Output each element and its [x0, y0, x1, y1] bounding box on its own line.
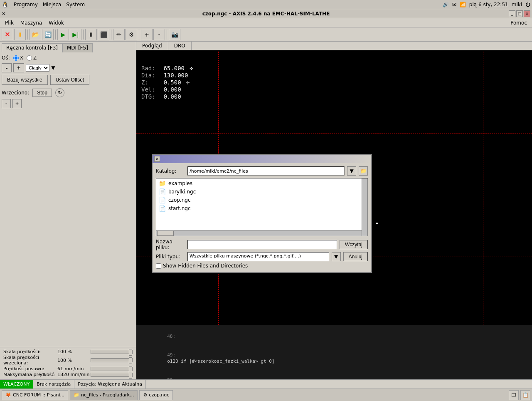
- file-name-3: start.ngc: [168, 205, 191, 211]
- speed-slider-1[interactable]: [91, 358, 133, 362]
- speed-slider-3[interactable]: [91, 373, 133, 377]
- block-btn[interactable]: ⬛: [98, 29, 109, 40]
- menu-miejsca[interactable]: Miejsca: [43, 2, 62, 7]
- speaker-icon[interactable]: 🔊: [443, 2, 449, 7]
- menu-maszyna[interactable]: Maszyna: [17, 19, 45, 27]
- dialog-hidden-files-checkbox[interactable]: [156, 263, 161, 269]
- taskbar-end-btn-0[interactable]: ❐: [509, 390, 519, 400]
- taskbar-item-2[interactable]: ⚙ czop.ngc: [139, 390, 173, 400]
- dro-vel-label: Vel:: [141, 86, 160, 93]
- taskbar-label-1: nc_files - Przegladark...: [81, 392, 134, 398]
- tab-mdi[interactable]: MDI [F5]: [62, 43, 93, 52]
- speed-row-3: Maksymalna prędkość: 1820 mm/min: [3, 372, 133, 377]
- file-dialog[interactable]: ✕ Katalog: /home/miki/emc2/nc_files ▼ 📁 …: [152, 154, 372, 273]
- speed-slider-2[interactable]: [91, 367, 133, 371]
- open-file-button[interactable]: 📂: [30, 29, 41, 40]
- speeds-section: Skala prędkości: 100 % Skala prędkości w…: [0, 347, 136, 379]
- speed-slider-0[interactable]: [91, 350, 133, 354]
- menu-plik[interactable]: Plik: [2, 19, 17, 27]
- axis-x-radio[interactable]: X: [13, 55, 23, 61]
- speed-label-0: Skala prędkości:: [3, 349, 57, 354]
- file-hscroll-thumb[interactable]: [157, 231, 174, 236]
- axis-z-radio[interactable]: Z: [27, 55, 37, 61]
- power-icon[interactable]: ⏻: [525, 2, 530, 7]
- toolbar-separator-1: [27, 30, 28, 40]
- menu-pomoc[interactable]: Pomoc: [507, 19, 530, 27]
- maximize-button[interactable]: □: [516, 10, 523, 17]
- pause-button[interactable]: ⏸: [14, 29, 26, 40]
- file-hscrollbar[interactable]: [156, 230, 362, 236]
- dialog-anuluj-button[interactable]: Anuluj: [343, 252, 368, 261]
- file-item-2[interactable]: 📄 czop.ngc: [157, 196, 367, 204]
- action-buttons-row: Bazuj wszystkie Ustaw Offset: [2, 75, 134, 85]
- settings-button[interactable]: ⚙: [126, 29, 137, 40]
- toolbar: ✕ ⏸ 📂 🔄 ▶ ▶| ⏸ ⬛ ✏ ⚙ + - 📷: [0, 27, 532, 42]
- dialog-wczytaj-button[interactable]: Wczytaj: [340, 240, 368, 249]
- speed-handle-1[interactable]: [129, 357, 132, 364]
- remove-button[interactable]: -: [153, 29, 165, 40]
- dialog-type-dropdown-button[interactable]: ▼: [332, 252, 341, 261]
- tab-dro[interactable]: DRO: [168, 42, 192, 50]
- system-menu-group: 🐧 Programy Miejsca System: [2, 1, 85, 8]
- jog-minus-button[interactable]: -: [2, 63, 12, 72]
- ustaw-offset-button[interactable]: Ustaw Offset: [50, 75, 89, 85]
- spindle-plus-button[interactable]: +: [12, 99, 22, 108]
- menu-programy[interactable]: Programy: [14, 2, 38, 7]
- run-button[interactable]: ▶: [57, 29, 69, 40]
- jog-plus-button[interactable]: +: [13, 63, 24, 72]
- file-name-2: czop.ngc: [168, 197, 191, 203]
- reload-button[interactable]: 🔄: [42, 29, 54, 40]
- file-list: 📁 examples 📄 barylki.ngc 📄 czop.ngc 📄 st…: [156, 178, 367, 213]
- network-icon[interactable]: 📶: [460, 2, 466, 7]
- dialog-type-row: Pliki typu: Wszystkie pliku maszynowe (*…: [156, 252, 368, 261]
- add-button[interactable]: +: [141, 29, 153, 40]
- dro-rad-label: Rad:: [141, 65, 160, 72]
- tab-podglad[interactable]: Podgląd: [136, 42, 168, 50]
- minimize-button[interactable]: _: [509, 10, 515, 17]
- file-scrollbar[interactable]: [362, 178, 367, 236]
- close-button[interactable]: ✕: [524, 10, 530, 17]
- status-position[interactable]: Pozycja: Względna Aktualna: [74, 380, 146, 389]
- dialog-type-select[interactable]: Wszystkie pliku maszynowe (*.ngc,*.png,*…: [187, 252, 329, 261]
- tab-reczna-kontrola[interactable]: Ręczna kontrola [F3]: [2, 43, 62, 52]
- file-icon-3: 📄: [159, 205, 166, 212]
- dialog-path-folder-button[interactable]: 📁: [359, 166, 368, 176]
- speed-handle-3[interactable]: [129, 372, 132, 379]
- dialog-titlebar[interactable]: ✕: [153, 155, 371, 163]
- jog-mode-select[interactable]: Ciągły: [26, 64, 49, 72]
- file-item-0[interactable]: 📁 examples: [157, 179, 367, 188]
- spindle-direction-button[interactable]: ↻: [55, 88, 64, 97]
- wrzeciono-row: Wrzeciono: Stop ↻: [2, 88, 134, 97]
- taskbar-end-btn-1[interactable]: 📋: [520, 390, 530, 400]
- app-icon: ✕: [2, 11, 6, 17]
- file-item-3[interactable]: 📄 start.ngc: [157, 204, 367, 213]
- bazuj-button[interactable]: Bazuj wszystkie: [2, 75, 48, 85]
- dialog-close-button[interactable]: ✕: [154, 156, 160, 162]
- spindle-minus-button[interactable]: -: [2, 99, 11, 108]
- file-item-1[interactable]: 📄 barylki.ngc: [157, 188, 367, 196]
- pause2-button[interactable]: ⏸: [85, 29, 97, 40]
- dialog-path-box: /home/miki/emc2/nc_files: [187, 166, 345, 176]
- edit-button[interactable]: ✏: [113, 29, 125, 40]
- dialog-filename-input[interactable]: [187, 240, 337, 249]
- dialog-path-dropdown-button[interactable]: ▼: [347, 166, 356, 176]
- folder-icon-0: 📁: [159, 180, 166, 187]
- camera-button[interactable]: 📷: [169, 29, 180, 40]
- dro-dia-line: Dia: 130.000: [141, 72, 193, 79]
- dialog-path-value: /home/miki/emc2/nc_files: [190, 168, 248, 174]
- step-button[interactable]: ▶|: [70, 29, 81, 40]
- dro-dia-label: Dia:: [141, 72, 160, 79]
- taskbar-item-1[interactable]: 📁 nc_files - Przegladark...: [70, 390, 138, 400]
- taskbar-item-0[interactable]: 🦊 CNC FORUM :: Pisani...: [2, 390, 68, 400]
- dro-z-value: 0.500: [163, 79, 181, 86]
- axis-x-input[interactable]: [13, 55, 19, 61]
- axis-z-input[interactable]: [27, 55, 32, 61]
- view-tabs: Podgląd DRO: [136, 42, 532, 50]
- menu-widok[interactable]: Widok: [45, 19, 67, 27]
- email-icon[interactable]: ✉: [452, 2, 456, 7]
- stop-button[interactable]: ✕: [2, 29, 13, 40]
- stop-spindle-button[interactable]: Stop: [32, 89, 52, 97]
- speed-handle-0[interactable]: [129, 349, 132, 356]
- menu-system[interactable]: System: [66, 2, 85, 7]
- dro-z-cursor: ✛: [186, 79, 190, 86]
